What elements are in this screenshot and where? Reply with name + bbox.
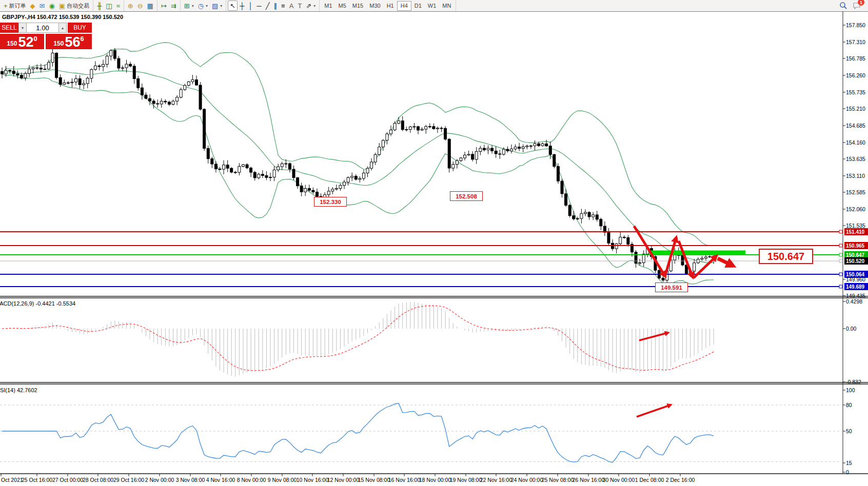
time-axis-label: 10 Nov 16:00	[297, 477, 328, 483]
price-annotation-label[interactable]: 152.330	[314, 197, 347, 207]
vertical-line-icon[interactable]: │	[246, 1, 254, 11]
trendline-icon: ╱	[266, 3, 270, 9]
axis-tick-label: 0.00	[846, 326, 868, 332]
time-axis-label: 30 Nov 00:00	[603, 477, 635, 483]
timeframe-mn[interactable]: MN	[439, 1, 454, 10]
time-axis-label: 22 Nov 16:00	[480, 477, 512, 483]
horizontal-line-icon: ─	[257, 3, 262, 9]
time-axis-label: 29 Oct 16:00	[113, 477, 144, 483]
macd-signal-line	[2, 306, 714, 371]
price-chart-canvas[interactable]	[0, 11, 868, 486]
sell-price-big: 52	[18, 36, 33, 48]
sell-button[interactable]: SELL	[0, 23, 18, 33]
axis-tick-label: 152.060	[846, 206, 868, 212]
axis-tick-label: 15	[846, 460, 868, 466]
bar-chart-icon[interactable]: ╫	[95, 1, 104, 11]
fibonacci-icon[interactable]: ≡	[279, 1, 287, 11]
toolbar-group: +新订单◆✉◉▣自动交易	[0, 0, 93, 11]
text-icon[interactable]: A	[287, 1, 296, 11]
time-axis-label: 27 Oct 00:00	[52, 477, 83, 483]
search-icon[interactable]	[839, 2, 847, 10]
sell-price-panel[interactable]: 150520	[0, 34, 44, 49]
buy-price-panel[interactable]: 150566	[46, 34, 92, 49]
autotrading-button-label: 自动交易	[67, 2, 89, 10]
buy-button[interactable]: BUY	[68, 23, 92, 33]
equidistant-channel-icon: ∥	[274, 3, 278, 9]
axis-tick-label: 50	[846, 428, 868, 434]
price-level-badge: 150.520	[844, 257, 868, 265]
chart-shift-icon[interactable]: ⇉	[169, 1, 179, 11]
macd-indicator-label: MACD(12,26,9) -0.4421 -0.5534	[0, 300, 75, 307]
chat-icon[interactable]: 1	[853, 2, 861, 10]
candlestick-chart-icon[interactable]: ◫	[104, 1, 114, 11]
time-axis-label: 16 Nov 16:00	[388, 477, 420, 483]
trendline-icon[interactable]: ╱	[264, 1, 272, 11]
mt4-window: +新订单◆✉◉▣自动交易╫◫≈⊕⊖▦↦⇉⊞▾◷▾▨▾↖┼│─╱∥≡AT⇗▾M1M…	[0, 0, 868, 486]
axis-tick-label: 152.585	[846, 189, 868, 195]
timeframe-m15[interactable]: M15	[349, 1, 366, 10]
periods-icon[interactable]: ◷▾	[196, 1, 210, 11]
time-axis-label: 3 Nov 08:00	[176, 477, 205, 483]
zoom-out-icon[interactable]: ⊖	[135, 1, 145, 11]
timeframe-d1[interactable]: D1	[411, 1, 425, 10]
toolbar: +新订单◆✉◉▣自动交易╫◫≈⊕⊖▦↦⇉⊞▾◷▾▨▾↖┼│─╱∥≡AT⇗▾M1M…	[0, 0, 868, 12]
mail-icon[interactable]: ✉	[37, 1, 47, 11]
zoom-in-icon: ⊕	[128, 3, 133, 9]
vertical-line-icon: │	[248, 3, 252, 9]
dropdown-caret-icon: ▾	[192, 4, 194, 8]
auto-scroll-icon[interactable]: ↦	[159, 1, 169, 11]
volume-decrease-button[interactable]: ▼	[18, 23, 27, 33]
chart-area[interactable]: GBPJPY-,H4 150.472 150.539 150.390 150.5…	[0, 11, 868, 486]
time-axis-label: 24 Nov 00:00	[511, 477, 543, 483]
price-level-badge: 149.689	[844, 283, 868, 290]
dropdown-caret-icon: ▾	[313, 4, 315, 8]
fibonacci-icon: ≡	[281, 3, 285, 9]
indicators-icon[interactable]: ⊞▾	[182, 1, 196, 11]
dropdown-caret-icon: ▾	[220, 4, 222, 8]
new-order-button[interactable]: +新订单	[2, 1, 28, 11]
arrows-icon[interactable]: ⇗▾	[304, 1, 318, 11]
timeframe-h1[interactable]: H1	[384, 1, 397, 10]
autotrading-button[interactable]: ▣自动交易	[57, 1, 91, 11]
timeframe-h4[interactable]: H4	[397, 1, 411, 11]
buy-price-sup: 6	[80, 35, 84, 43]
cursor-icon[interactable]: ↖	[228, 1, 238, 11]
zoom-in-icon[interactable]: ⊕	[126, 1, 135, 11]
timeframe-m5[interactable]: M5	[336, 1, 349, 10]
toolbar-group: ⊞▾◷▾▨▾	[181, 0, 227, 11]
equidistant-channel-icon[interactable]: ∥	[272, 1, 280, 11]
line-chart-icon[interactable]: ≈	[114, 1, 122, 11]
text-label-icon[interactable]: T	[295, 1, 304, 11]
metaeditor-icon: ◆	[30, 3, 35, 9]
line-chart-icon: ≈	[116, 3, 120, 9]
timeframe-m1[interactable]: M1	[321, 1, 335, 10]
auto-scroll-icon: ↦	[161, 3, 167, 9]
templates-icon[interactable]: ▨▾	[210, 1, 224, 11]
signals-icon[interactable]: ◉	[47, 1, 57, 11]
axis-tick-label: 156.260	[846, 72, 868, 78]
timeframe-m30[interactable]: M30	[366, 1, 383, 10]
arrows-icon: ⇗	[306, 3, 311, 9]
horizontal-line-icon[interactable]: ─	[255, 1, 264, 11]
metaeditor-icon[interactable]: ◆	[28, 1, 37, 11]
periods-icon: ◷	[198, 3, 204, 9]
time-axis-label: 8 Nov 00:00	[237, 477, 266, 483]
resistance-level-label[interactable]: 150.647	[759, 249, 813, 264]
crosshair-icon[interactable]: ┼	[238, 1, 246, 11]
toolbar-group: ↦⇉	[157, 0, 181, 11]
time-axis-label: Oct 2021	[1, 477, 23, 483]
axis-tick-label: 155.210	[846, 106, 868, 112]
rsi-indicator-label: RSI(14) 42.7602	[0, 387, 37, 393]
time-axis-label: 19 Nov 08:00	[450, 477, 482, 483]
timeframe-w1[interactable]: W1	[425, 1, 440, 10]
volume-input[interactable]	[27, 23, 58, 33]
volume-increase-button[interactable]: ▲	[58, 23, 67, 33]
axis-tick-label: 80	[846, 402, 868, 408]
dropdown-caret-icon: ▾	[206, 4, 208, 8]
templates-icon: ▨	[212, 3, 218, 9]
support-zone-bar[interactable]	[650, 251, 745, 255]
price-annotation-label[interactable]: 152.508	[450, 191, 483, 201]
bar-chart-icon: ╫	[97, 3, 102, 9]
price-annotation-label[interactable]: 149.591	[655, 282, 688, 292]
tile-windows-icon[interactable]: ▦	[145, 1, 155, 11]
